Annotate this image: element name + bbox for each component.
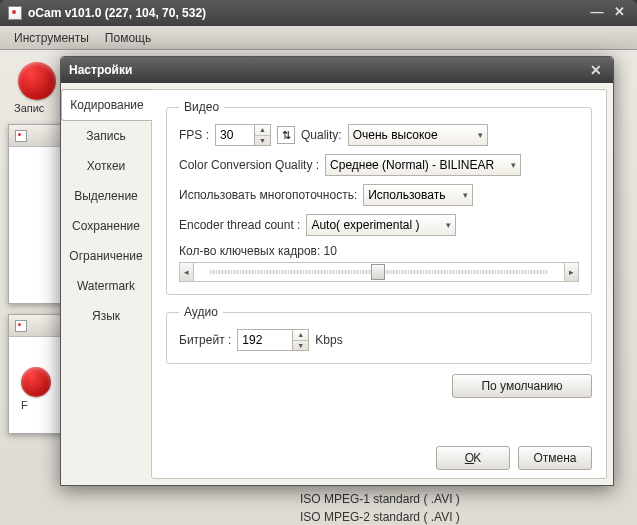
keyframes-label: Кол-во ключевых кадров: 10 — [179, 244, 337, 258]
record-button-small[interactable] — [21, 367, 51, 397]
audio-group: Аудио Битрейт : ▲▼ Kbps — [166, 305, 592, 364]
menu-help[interactable]: Помощь — [97, 29, 159, 47]
ccq-combo[interactable]: Среднее (Normal) - BILINEAR — [325, 154, 521, 176]
record-button[interactable] — [18, 62, 56, 100]
cancel-button[interactable]: Отмена — [518, 446, 592, 470]
threadcount-label: Encoder thread count : — [179, 218, 300, 232]
codec-item[interactable]: ISO MPEG-1 standard ( .AVI ) — [300, 490, 460, 508]
tab-save[interactable]: Сохранение — [61, 211, 151, 241]
keyframes-slider[interactable]: ◂ ▸ — [179, 262, 579, 282]
video-group: Видео FPS : ▲▼ ⇅ Quality: Очень высокое … — [166, 100, 592, 295]
ok-button[interactable]: OK — [436, 446, 510, 470]
codec-item[interactable]: ISO MPEG-2 standard ( .AVI ) — [300, 508, 460, 525]
codec-list: ISO MPEG-1 standard ( .AVI ) ISO MPEG-2 … — [300, 490, 460, 525]
fps-label: FPS : — [179, 128, 209, 142]
swap-icon[interactable]: ⇅ — [277, 126, 295, 144]
dialog-close-icon[interactable]: ✕ — [587, 62, 605, 78]
settings-dialog: Настройки ✕ Кодирование Запись Хоткеи Вы… — [60, 56, 614, 486]
bitrate-unit: Kbps — [315, 333, 342, 347]
dialog-title: Настройки — [69, 63, 132, 77]
fps-spinner[interactable]: ▲▼ — [215, 124, 271, 146]
quality-combo[interactable]: Очень высокое — [348, 124, 488, 146]
slider-left-icon[interactable]: ◂ — [180, 263, 194, 281]
minimize-icon[interactable]: — — [587, 5, 607, 21]
tab-content: Видео FPS : ▲▼ ⇅ Quality: Очень высокое … — [151, 89, 607, 479]
spin-down-icon[interactable]: ▼ — [255, 136, 270, 146]
tab-hotkeys[interactable]: Хоткеи — [61, 151, 151, 181]
app-icon — [8, 6, 22, 20]
bitrate-spinner[interactable]: ▲▼ — [237, 329, 309, 351]
audio-legend: Аудио — [179, 305, 223, 319]
slider-right-icon[interactable]: ▸ — [564, 263, 578, 281]
tab-encoding[interactable]: Кодирование — [61, 89, 152, 121]
fps-input[interactable] — [215, 124, 255, 146]
quality-label: Quality: — [301, 128, 342, 142]
panel-icon — [15, 320, 27, 332]
tabs-list: Кодирование Запись Хоткеи Выделение Сохр… — [61, 83, 151, 485]
tab-watermark[interactable]: Watermark — [61, 271, 151, 301]
menubar: Инструменты Помощь — [0, 26, 637, 50]
slider-thumb[interactable] — [371, 264, 385, 280]
menu-tools[interactable]: Инструменты — [6, 29, 97, 47]
tab-selection[interactable]: Выделение — [61, 181, 151, 211]
spin-up-icon[interactable]: ▲ — [255, 125, 270, 136]
dialog-titlebar[interactable]: Настройки ✕ — [61, 57, 613, 83]
bitrate-label: Битрейт : — [179, 333, 231, 347]
multithread-label: Использовать многопоточность: — [179, 188, 357, 202]
spin-up-icon[interactable]: ▲ — [293, 330, 308, 341]
spin-down-icon[interactable]: ▼ — [293, 341, 308, 351]
tab-limit[interactable]: Ограничение — [61, 241, 151, 271]
multithread-combo[interactable]: Использовать — [363, 184, 473, 206]
main-titlebar[interactable]: oCam v101.0 (227, 104, 70, 532) — ✕ — [0, 0, 637, 26]
tab-language[interactable]: Язык — [61, 301, 151, 331]
threadcount-combo[interactable]: Auto( experimental ) — [306, 214, 456, 236]
tab-record[interactable]: Запись — [61, 121, 151, 151]
main-title: oCam v101.0 (227, 104, 70, 532) — [28, 6, 206, 20]
defaults-button[interactable]: По умолчанию — [452, 374, 592, 398]
panel-icon — [15, 130, 27, 142]
close-icon[interactable]: ✕ — [609, 5, 629, 21]
video-legend: Видео — [179, 100, 224, 114]
ccq-label: Color Conversion Quality : — [179, 158, 319, 172]
bitrate-input[interactable] — [237, 329, 293, 351]
